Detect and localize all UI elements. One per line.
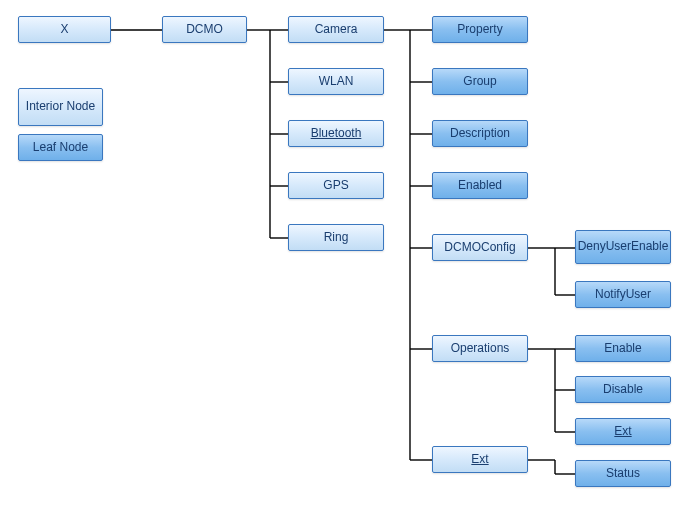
node-wlan: WLAN — [288, 68, 384, 95]
legend-interior-node: Interior Node — [18, 88, 103, 126]
node-gps: GPS — [288, 172, 384, 199]
node-description: Description — [432, 120, 528, 147]
node-bluetooth: Bluetooth — [288, 120, 384, 147]
node-camera: Camera — [288, 16, 384, 43]
node-operations: Operations — [432, 335, 528, 362]
node-denyuserenable: DenyUserEnable — [575, 230, 671, 264]
node-notifyuser: NotifyUser — [575, 281, 671, 308]
node-group: Group — [432, 68, 528, 95]
node-status: Status — [575, 460, 671, 487]
node-property: Property — [432, 16, 528, 43]
node-ring: Ring — [288, 224, 384, 251]
node-op-ext: Ext — [575, 418, 671, 445]
node-x: X — [18, 16, 111, 43]
node-op-enable: Enable — [575, 335, 671, 362]
diagram-canvas: Interior Node Leaf Node X DCMO Camera WL… — [0, 0, 687, 505]
node-dcmoconfig: DCMOConfig — [432, 234, 528, 261]
node-ext-parent: Ext — [432, 446, 528, 473]
node-op-disable: Disable — [575, 376, 671, 403]
node-dcmo: DCMO — [162, 16, 247, 43]
legend-leaf-node: Leaf Node — [18, 134, 103, 161]
node-enabled: Enabled — [432, 172, 528, 199]
